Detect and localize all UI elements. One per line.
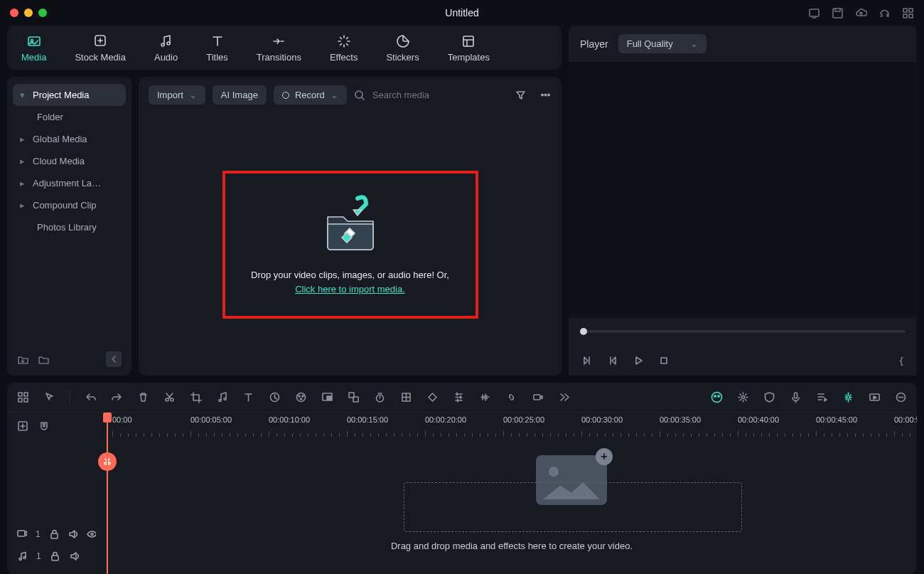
sidebar-item-compound-clip[interactable]: ▸Compound Clip — [13, 194, 126, 216]
tab-titles[interactable]: Titles — [199, 29, 235, 67]
render-icon[interactable] — [869, 391, 881, 403]
sidebar-item-folder[interactable]: Folder — [13, 106, 126, 128]
mute-icon[interactable] — [69, 551, 80, 561]
more-tools-icon[interactable] — [558, 391, 570, 403]
track-number: 1 — [36, 529, 41, 539]
close-window-button[interactable] — [10, 9, 18, 17]
crop-icon[interactable] — [190, 391, 202, 403]
link-icon[interactable] — [505, 391, 517, 403]
next-frame-button[interactable] — [607, 355, 618, 366]
ruler-tick-label: 00:00:45:00 — [816, 415, 857, 424]
quality-select[interactable]: Full Quality⌄ — [618, 34, 707, 53]
cloud-upload-icon[interactable] — [855, 7, 867, 19]
record-button[interactable]: Record⌄ — [274, 85, 347, 105]
video-track-header[interactable]: 1 — [7, 523, 106, 545]
pointer-icon[interactable] — [43, 391, 55, 403]
music-note-icon[interactable] — [216, 391, 228, 403]
svg-rect-20 — [18, 398, 22, 402]
shield-icon[interactable] — [763, 391, 775, 403]
play-button[interactable] — [633, 355, 644, 366]
undo-icon[interactable] — [85, 391, 97, 403]
sidebar-item-photos-library[interactable]: Photos Library — [13, 216, 126, 238]
drop-instruction: Drop your video clips, images, or audio … — [251, 268, 449, 282]
stop-button[interactable] — [658, 355, 670, 366]
audio-track-header[interactable]: 1 — [7, 545, 106, 567]
ruler-tick-label: 00:00:10:00 — [269, 415, 310, 424]
tracks-gutter: 1 1 — [7, 440, 107, 574]
folder-illustration — [315, 193, 386, 257]
filter-icon[interactable] — [515, 89, 527, 101]
playlist-icon[interactable] — [816, 391, 828, 403]
sidebar-item-adjustment-layer[interactable]: ▸Adjustment La… — [13, 172, 126, 194]
label-icon[interactable] — [532, 391, 544, 403]
cut-icon[interactable] — [163, 391, 176, 403]
search-input[interactable] — [372, 90, 507, 100]
zoom-out-icon[interactable] — [895, 391, 907, 403]
display-icon[interactable] — [808, 7, 820, 19]
add-media-button[interactable]: + — [596, 448, 613, 465]
visibility-icon[interactable] — [86, 528, 96, 539]
tab-transitions[interactable]: Transitions — [249, 29, 308, 67]
tab-audio[interactable]: Audio — [147, 29, 185, 67]
svg-rect-2 — [903, 9, 907, 12]
tab-effects[interactable]: Effects — [323, 29, 365, 67]
tab-templates[interactable]: Templates — [441, 29, 497, 67]
ai-assist-icon[interactable] — [711, 391, 723, 403]
seek-bar[interactable] — [569, 317, 917, 346]
tab-label: Media — [21, 52, 46, 63]
sidebar-item-project-media[interactable]: ▾Project Media — [13, 84, 126, 106]
svg-point-22 — [166, 398, 168, 401]
lock-icon[interactable] — [50, 551, 60, 561]
sidebar-item-global-media[interactable]: ▸Global Media — [13, 128, 126, 150]
keyframe-icon[interactable] — [426, 391, 439, 403]
ruler-tick-label: 00:00 — [112, 415, 132, 424]
speed-icon[interactable] — [269, 391, 281, 403]
tab-stickers[interactable]: Stickers — [379, 29, 426, 67]
more-icon[interactable] — [539, 89, 552, 101]
new-folder-icon[interactable] — [17, 354, 29, 366]
mute-icon[interactable] — [68, 528, 77, 539]
prev-frame-button[interactable] — [581, 355, 593, 366]
color-icon[interactable] — [295, 391, 307, 403]
sparkle-icon[interactable] — [737, 391, 749, 403]
sidebar-item-label: Project Media — [33, 90, 89, 100]
save-icon[interactable] — [832, 7, 844, 19]
ai-image-button[interactable]: AI Image — [213, 85, 267, 105]
import-media-link[interactable]: Click here to import media. — [295, 284, 405, 294]
folder-icon[interactable] — [38, 354, 50, 366]
tab-stock-media[interactable]: Stock Media — [68, 29, 133, 67]
text-icon[interactable] — [242, 391, 254, 403]
mic-icon[interactable] — [790, 391, 802, 403]
timeline-canvas[interactable]: + Drag and drop media and effects here t… — [107, 440, 917, 574]
svg-point-52 — [23, 557, 26, 559]
adjust-icon[interactable] — [453, 391, 465, 403]
timeline-hint: Drag and drop media and effects here to … — [107, 541, 917, 551]
timeline-ruler[interactable]: 00:0000:00:05:0000:00:10:0000:00:15:0000… — [7, 413, 917, 440]
add-track-icon[interactable] — [17, 420, 28, 432]
import-button[interactable]: Import⌄ — [149, 85, 205, 105]
redo-icon[interactable] — [111, 391, 123, 403]
magnet-icon[interactable] — [38, 420, 50, 432]
sidebar-item-cloud-media[interactable]: ▸Cloud Media — [13, 150, 126, 172]
waveform-icon[interactable] — [479, 391, 491, 403]
collapse-sidebar-button[interactable] — [106, 351, 122, 367]
layout-icon[interactable] — [17, 391, 29, 403]
svg-rect-42 — [795, 393, 797, 398]
group-icon[interactable] — [348, 391, 360, 403]
delete-icon[interactable] — [137, 391, 149, 403]
timer-icon[interactable] — [374, 391, 386, 403]
tab-media[interactable]: Media — [14, 29, 53, 67]
maximize-window-button[interactable] — [38, 9, 47, 17]
apps-grid-icon[interactable] — [902, 7, 914, 19]
freeze-icon[interactable] — [400, 391, 412, 403]
snap-icon[interactable] — [842, 391, 854, 403]
timeline-drop-target[interactable] — [404, 482, 742, 532]
player-viewport[interactable] — [569, 62, 917, 317]
svg-point-7 — [31, 39, 33, 41]
headphones-icon[interactable] — [879, 7, 891, 19]
minimize-window-button[interactable] — [24, 9, 33, 17]
lock-icon[interactable] — [49, 528, 59, 539]
pip-icon[interactable] — [321, 391, 333, 403]
media-drop-area[interactable]: Drop your video clips, images, or audio … — [139, 113, 562, 376]
bracket-icon[interactable]: { — [898, 356, 904, 366]
